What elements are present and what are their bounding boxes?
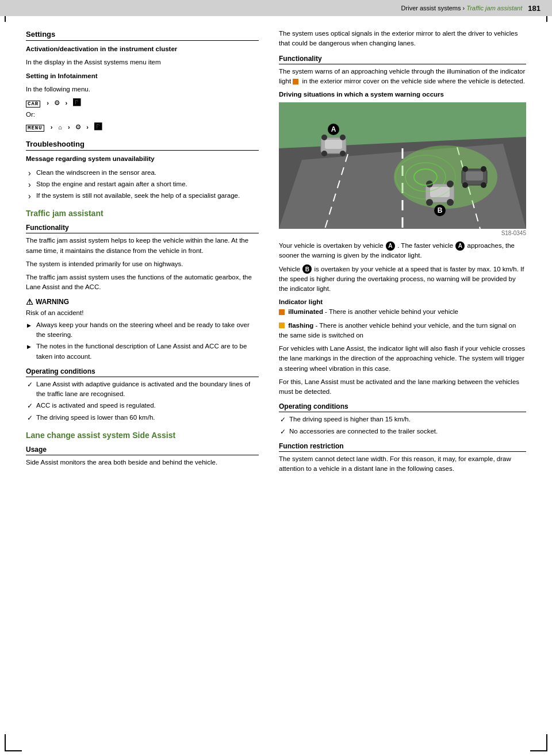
functionality-text-right: The system warns of an approaching vehic… — [279, 67, 526, 87]
bullet-item-1: Clean the windscreen in the sensor area. — [26, 168, 259, 178]
menu-path-2-rest: › ⌂ › ⚙ › 🅿 — [49, 124, 102, 131]
breadcrumb-green: Traffic jam assistant — [466, 5, 522, 11]
breadcrumb-sep: › — [461, 5, 467, 11]
svg-text:A: A — [331, 125, 336, 133]
vehicle-b-p: Vehicle B is overtaken by your vehicle a… — [279, 264, 526, 294]
operating-conditions-heading-right: Operating conditions — [279, 402, 526, 412]
diagram-caption: S18-0345 — [279, 230, 526, 236]
menu-path-1-rest: › ⚙ › 🅿 — [46, 100, 81, 107]
svg-point-10 — [340, 151, 346, 156]
indicator-square-orange — [293, 79, 298, 85]
usage-heading: Usage — [26, 446, 259, 455]
op-check-3: The driving speed is lower than 60 km/h. — [26, 413, 259, 423]
svg-point-25 — [462, 182, 468, 188]
main-content: Settings Activation/deactivation in the … — [0, 20, 552, 756]
svg-point-18 — [447, 199, 454, 206]
indicator-flashing-p: flashing - There is another vehicle behi… — [279, 321, 526, 341]
msg-unavail-label: Message regarding system unavailability — [26, 154, 259, 164]
bullet-item-2: Stop the engine and restart again after … — [26, 179, 259, 189]
header-bar: Driver assist systems › Traffic jam assi… — [0, 0, 552, 16]
function-restriction-text: The system cannot detect lane width. For… — [279, 454, 526, 474]
setting-infotainment-text: In the following menu. — [26, 85, 259, 94]
op-check-right-1: The driving speed is higher than 15 km/h… — [279, 415, 526, 424]
operating-check-list-right: The driving speed is higher than 15 km/h… — [279, 415, 526, 436]
page-number: 181 — [528, 4, 540, 13]
lane-change-heading: Lane change assist system Side Assist — [26, 431, 259, 440]
lane-marking-text: For this, Lane Assist must be activated … — [279, 377, 526, 397]
indicator-light-heading: Indicator light — [279, 298, 526, 305]
svg-point-12 — [340, 135, 346, 140]
setting-infotainment-label: Setting in Infotainment — [26, 71, 259, 81]
svg-rect-24 — [466, 171, 483, 181]
op-check-1: Lane Assist with adaptive guidance is ac… — [26, 379, 259, 400]
label-a-circle: A — [386, 241, 395, 251]
warning-risk: Risk of an accident! — [26, 308, 259, 318]
svg-point-17 — [426, 199, 433, 206]
warning-label: WARNING — [36, 298, 69, 306]
svg-point-11 — [321, 135, 327, 140]
operating-conditions-heading-left: Operating conditions — [26, 367, 259, 377]
diagram-container: A B — [279, 102, 526, 236]
menu-path-1: CAR › ⚙ › 🅿 — [26, 98, 259, 108]
op-check-2: ACC is activated and speed is regulated. — [26, 401, 259, 410]
indicator-sq-orange-1 — [279, 309, 285, 315]
svg-rect-8 — [325, 140, 342, 149]
activation-label: Activation/deactivation in the instrumen… — [26, 44, 259, 54]
vehicle-overtaken-p1: Your vehicle is overtaken by vehicle A .… — [279, 241, 526, 261]
lane-assist-text: For vehicles with Lane Assist, the indic… — [279, 344, 526, 374]
operating-check-list-left: Lane Assist with adaptive guidance is ac… — [26, 379, 259, 423]
indicator-illuminated-p: illuminated - There is another vehicle b… — [279, 307, 526, 317]
warning-item-2: The notes in the functional description … — [26, 341, 259, 362]
functionality-p2: The system is intended primarily for use… — [26, 259, 259, 269]
menu-path-2: MENU › ⌂ › ⚙ › 🅿 — [26, 122, 259, 132]
or-text: Or: — [26, 110, 259, 120]
label-a-circle-2: A — [455, 241, 465, 251]
troubleshooting-heading: Troubleshooting — [26, 140, 259, 151]
settings-heading: Settings — [26, 30, 259, 41]
bullet-list: Clean the windscreen in the sensor area.… — [26, 168, 259, 201]
warning-title: ⚠ WARNING — [26, 297, 259, 306]
warning-item-1: Always keep your hands on the steering w… — [26, 320, 259, 340]
op-check-right-2: No accessories are connected to the trai… — [279, 427, 526, 436]
warning-box: ⚠ WARNING Risk of an accident! Always ke… — [26, 297, 259, 362]
functionality-heading-left: Functionality — [26, 224, 259, 233]
function-restriction-heading: Function restriction — [279, 442, 526, 452]
right-column: The system uses optical signals in the e… — [270, 20, 552, 756]
breadcrumb: Driver assist systems › Traffic jam assi… — [401, 5, 523, 11]
menu-path-1-car: CAR — [26, 101, 40, 108]
vehicle-b-text2: is overtaken by your vehicle at a speed … — [279, 266, 524, 293]
svg-point-26 — [481, 182, 486, 188]
warning-icon: ⚠ — [26, 297, 33, 306]
warning-arrow-list: Always keep your hands on the steering w… — [26, 320, 259, 362]
activation-text: In the display in the Assist systems men… — [26, 57, 259, 67]
label-b-circle: B — [302, 264, 312, 274]
menu-path-2-menu: MENU — [26, 125, 44, 132]
functionality-p1: The traffic jam assist system helps to k… — [26, 236, 259, 256]
bullet-item-3: If the system is still not available, se… — [26, 191, 259, 201]
svg-point-27 — [462, 166, 468, 172]
traffic-jam-heading: Traffic jam assistant — [26, 209, 259, 218]
functionality-p3: The traffic jam assist system uses the f… — [26, 273, 259, 293]
system-uses-text: The system uses optical signals in the e… — [279, 29, 526, 49]
svg-point-9 — [321, 151, 327, 156]
breadcrumb-normal: Driver assist systems — [401, 5, 461, 11]
functionality-heading-right: Functionality — [279, 55, 526, 64]
main-car — [462, 166, 487, 188]
svg-text:B: B — [438, 206, 443, 214]
road-diagram: A B — [279, 102, 526, 229]
driving-situations-heading: Driving situations in which a system war… — [279, 91, 526, 98]
indicator-sq-orange-2 — [279, 323, 285, 328]
svg-point-28 — [481, 166, 486, 172]
usage-text: Side Assist monitors the area both besid… — [26, 458, 259, 467]
left-column: Settings Activation/deactivation in the … — [0, 20, 270, 756]
